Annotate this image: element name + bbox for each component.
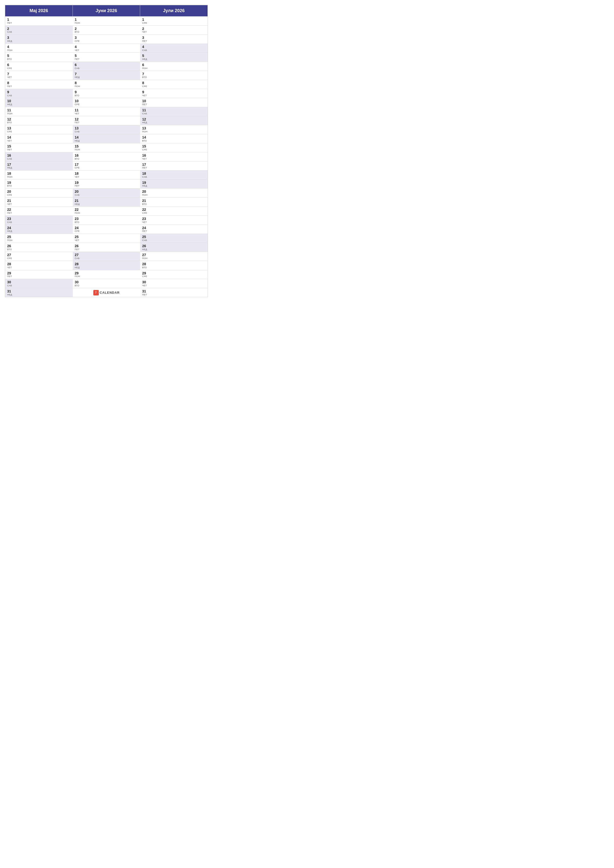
day-number: 20 xyxy=(7,189,71,194)
day-cell-m0-d9: 9САБ xyxy=(5,89,73,98)
day-cell-m1-d8: 8ПОН xyxy=(73,80,140,89)
day-name: ПЕТ xyxy=(142,103,206,106)
day-number: 19 xyxy=(75,181,138,185)
day-cell-m2-d11: 11САБ xyxy=(140,107,208,116)
day-name: НЕД xyxy=(75,76,138,79)
day-number: 31 xyxy=(142,289,206,293)
day-name: САБ xyxy=(75,257,138,260)
day-name: ПЕТ xyxy=(7,149,71,151)
day-cell-m0-d29: 29ПЕТ xyxy=(5,270,73,279)
day-number: 15 xyxy=(142,144,206,149)
day-number: 11 xyxy=(75,108,138,112)
day-cell-m1-d1: 1ПОН xyxy=(73,16,140,25)
day-cell-m0-d3: 3НЕД xyxy=(5,34,73,43)
day-number: 5 xyxy=(7,54,71,58)
day-number: 6 xyxy=(75,63,138,67)
day-cell-m0-d11: 11ПОН xyxy=(5,107,73,116)
calendar-label: CALENDAR xyxy=(100,291,120,294)
day-name: САБ xyxy=(7,221,71,224)
day-name: ЧЕТ xyxy=(142,158,206,160)
day-name: НЕД xyxy=(142,58,206,60)
day-name: СРЕ xyxy=(7,130,71,133)
day-name: ПЕТ xyxy=(75,248,138,251)
day-cell-m1-d14: 14НЕД xyxy=(73,134,140,143)
day-name: ПЕТ xyxy=(7,212,71,214)
day-cell-m0-d30: 30САБ xyxy=(5,279,73,288)
day-name: НЕД xyxy=(75,266,138,269)
day-cell-m2-d31: 31ПЕТ xyxy=(140,288,208,297)
day-name: ПОН xyxy=(75,22,138,25)
day-name: НЕД xyxy=(75,203,138,206)
day-name: ПОН xyxy=(142,67,206,70)
day-number: 21 xyxy=(75,199,138,203)
day-number: 10 xyxy=(7,99,71,103)
day-name: СРЕ xyxy=(75,103,138,106)
day-cell-m0-d26: 26ВТО xyxy=(5,243,73,252)
day-name: ПОН xyxy=(7,176,71,178)
day-name: ПЕТ xyxy=(142,40,206,43)
day-cell-m2-d16: 16ЧЕТ xyxy=(140,152,208,161)
day-cell-m0-d18: 18ПОН xyxy=(5,170,73,180)
day-number: 6 xyxy=(142,63,206,67)
day-name: ПОН xyxy=(142,194,206,197)
day-cell-m1-d29: 29ПОН xyxy=(73,270,140,279)
day-cell-m1-d15: 15ПОН xyxy=(73,143,140,152)
day-cell-m0-d25: 25ПОН xyxy=(5,234,73,243)
day-name: ВТО xyxy=(7,58,71,60)
day-name: ЧЕТ xyxy=(75,49,138,52)
day-name: СРЕ xyxy=(7,67,71,70)
day-cell-m0-d1: 1ПЕТ xyxy=(5,16,73,25)
day-number: 4 xyxy=(7,45,71,49)
day-name: ПОН xyxy=(75,149,138,151)
day-name: ПОН xyxy=(7,112,71,115)
day-cell-m2-d30: 30ЧЕТ xyxy=(140,279,208,288)
day-number: 12 xyxy=(7,117,71,121)
day-number: 16 xyxy=(75,153,138,158)
day-cell-m0-d5: 5ВТО xyxy=(5,53,73,62)
day-number: 27 xyxy=(75,253,138,257)
day-number: 14 xyxy=(75,135,138,140)
day-name: ПОН xyxy=(142,257,206,260)
day-number: 22 xyxy=(142,208,206,212)
logo: 7CALENDAR xyxy=(93,290,120,295)
day-number: 17 xyxy=(142,163,206,167)
day-cell-m0-d22: 22ПЕТ xyxy=(5,206,73,215)
day-number: 7 xyxy=(75,72,138,76)
day-number: 23 xyxy=(75,217,138,221)
day-cell-m0-d19: 19ВТО xyxy=(5,180,73,189)
day-name: ЧЕТ xyxy=(75,112,138,115)
day-cell-m2-d15: 15СРЕ xyxy=(140,143,208,152)
day-cell-m1-d3: 3СРЕ xyxy=(73,34,140,43)
day-name: ПЕТ xyxy=(7,275,71,278)
day-cell-m2-d19: 19НЕД xyxy=(140,180,208,189)
day-name: ЧЕТ xyxy=(7,203,71,206)
day-number: 28 xyxy=(142,262,206,266)
day-name: САБ xyxy=(75,194,138,197)
day-number: 7 xyxy=(7,72,71,76)
day-name: НЕД xyxy=(142,248,206,251)
day-number: 16 xyxy=(142,153,206,158)
day-name: НЕД xyxy=(142,121,206,124)
day-number: 5 xyxy=(142,54,206,58)
day-number: 24 xyxy=(142,226,206,230)
day-cell-m1-d19: 19ПЕТ xyxy=(73,180,140,189)
day-cell-m1-d2: 2ВТО xyxy=(73,25,140,35)
day-name: ЧЕТ xyxy=(75,176,138,178)
day-number: 2 xyxy=(142,27,206,31)
day-name: ПОН xyxy=(75,275,138,278)
day-cell-m2-d8: 8СРЕ xyxy=(140,80,208,89)
day-number: 1 xyxy=(7,17,71,22)
day-cell-m1-d12: 12ПЕТ xyxy=(73,116,140,125)
day-cell-m1-d7: 7НЕД xyxy=(73,71,140,80)
day-cell-m1-d10: 10СРЕ xyxy=(73,98,140,107)
day-number: 30 xyxy=(7,280,71,284)
day-cell-m2-d22: 22СРЕ xyxy=(140,206,208,215)
day-cell-m0-d8: 8ПЕТ xyxy=(5,80,73,89)
day-name: ВТО xyxy=(75,31,138,33)
day-cell-m2-d17: 17ПЕТ xyxy=(140,161,208,170)
day-cell-m0-d27: 27СРЕ xyxy=(5,252,73,261)
day-number: 12 xyxy=(142,117,206,121)
day-name: ЧЕТ xyxy=(7,76,71,79)
day-number: 24 xyxy=(75,226,138,230)
day-cell-m0-d6: 6СРЕ xyxy=(5,62,73,71)
